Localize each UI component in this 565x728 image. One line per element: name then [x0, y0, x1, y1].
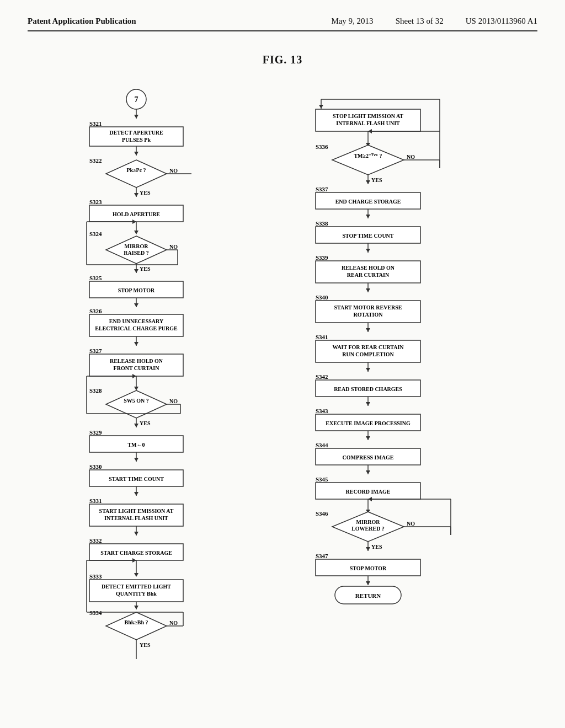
svg-text:S341: S341	[316, 334, 328, 340]
svg-marker-169	[366, 436, 370, 440]
svg-text:NO: NO	[407, 154, 415, 160]
svg-marker-99	[134, 606, 138, 609]
svg-text:PULSES Pk: PULSES Pk	[122, 137, 151, 143]
svg-text:RAISED ?: RAISED ?	[124, 250, 148, 256]
svg-text:S332: S332	[89, 537, 102, 544]
svg-text:TM≥2⁻ᵀᵛᶜ ?: TM≥2⁻ᵀᵛᶜ ?	[354, 153, 382, 159]
svg-text:S340: S340	[316, 294, 328, 301]
svg-text:EXECUTE IMAGE PROCESSING: EXECUTE IMAGE PROCESSING	[326, 420, 411, 426]
figure-title: FIG. 13	[28, 53, 537, 66]
svg-marker-193	[366, 547, 370, 551]
svg-marker-164	[366, 402, 370, 406]
svg-text:S339: S339	[316, 254, 328, 261]
svg-text:NO: NO	[169, 168, 178, 174]
svg-marker-84	[134, 532, 138, 536]
publication-label: Patent Application Publication	[28, 17, 136, 25]
svg-text:SW5 ON ?: SW5 ON ?	[124, 398, 149, 404]
svg-text:START TIME COUNT: START TIME COUNT	[109, 476, 164, 482]
svg-text:RELEASE HOLD ON: RELEASE HOLD ON	[110, 358, 163, 364]
svg-text:MIRROR: MIRROR	[125, 243, 149, 249]
svg-marker-42	[134, 303, 138, 307]
svg-marker-131	[366, 180, 370, 184]
svg-text:COMPRESS IMAGE: COMPRESS IMAGE	[342, 454, 393, 461]
svg-text:S325: S325	[89, 275, 102, 281]
svg-text:S337: S337	[316, 186, 328, 192]
svg-marker-11	[106, 160, 167, 188]
svg-text:S329: S329	[89, 429, 102, 436]
svg-text:START CHARGE STORAGE: START CHARGE STORAGE	[100, 550, 172, 556]
date-label: May 9, 2013	[331, 17, 373, 26]
svg-text:S346: S346	[316, 510, 328, 517]
svg-text:STOP TIME COUNT: STOP TIME COUNT	[343, 233, 394, 239]
svg-text:QUANTITY Bhk: QUANTITY Bhk	[116, 591, 157, 597]
svg-text:LOWERED ?: LOWERED ?	[351, 526, 385, 532]
svg-text:S322: S322	[89, 157, 102, 164]
svg-marker-147	[366, 288, 370, 292]
svg-text:S331: S331	[89, 497, 102, 504]
svg-text:S344: S344	[316, 442, 328, 448]
svg-marker-3	[134, 115, 138, 119]
svg-text:YES: YES	[140, 420, 151, 426]
patent-label: US 2013/0113960 A1	[466, 17, 537, 26]
svg-text:S333: S333	[89, 573, 102, 580]
svg-text:S328: S328	[89, 387, 102, 394]
svg-marker-92	[134, 573, 138, 577]
svg-text:S347: S347	[316, 553, 328, 559]
svg-text:RELEASE HOLD ON: RELEASE HOLD ON	[342, 265, 395, 271]
svg-text:S338: S338	[316, 220, 328, 227]
svg-text:NO: NO	[407, 521, 415, 527]
svg-text:YES: YES	[140, 266, 151, 272]
svg-text:DETECT APERTURE: DETECT APERTURE	[109, 130, 163, 136]
svg-text:S327: S327	[89, 347, 102, 354]
svg-marker-141	[366, 249, 370, 253]
page-header: Patent Application Publication May 9, 20…	[28, 17, 537, 31]
svg-text:YES: YES	[140, 190, 151, 196]
svg-text:S321: S321	[89, 120, 102, 127]
svg-text:WAIT FOR REAR CURTAIN: WAIT FOR REAR CURTAIN	[332, 344, 404, 350]
svg-marker-17	[134, 193, 138, 197]
svg-text:Pk≥Pc ?: Pk≥Pc ?	[126, 167, 146, 173]
flowchart-diagram: 7 S321 DETECT APERTURE PULSES Pk S322 Pk…	[34, 83, 531, 662]
svg-text:STOP LIGHT EMISSION AT: STOP LIGHT EMISSION AT	[333, 113, 403, 119]
svg-text:NO: NO	[169, 244, 178, 250]
svg-marker-174	[366, 470, 370, 474]
svg-text:S330: S330	[89, 463, 102, 470]
svg-marker-159	[366, 368, 370, 372]
svg-marker-37	[134, 269, 138, 273]
svg-text:TM←0: TM←0	[127, 442, 145, 448]
svg-marker-111	[319, 105, 323, 109]
svg-marker-136	[366, 215, 370, 218]
svg-marker-25	[134, 231, 138, 234]
svg-text:S342: S342	[316, 373, 328, 380]
header-right: May 9, 2013 Sheet 13 of 32 US 2013/01139…	[331, 17, 537, 26]
svg-text:NO: NO	[169, 620, 178, 626]
svg-marker-198	[366, 581, 370, 585]
svg-marker-101	[106, 612, 167, 640]
svg-text:REAR CURTAIN: REAR CURTAIN	[347, 272, 390, 278]
svg-text:ELECTRICAL CHARGE PURGE: ELECTRICAL CHARGE PURGE	[95, 325, 178, 331]
svg-text:END CHARGE STORAGE: END CHARGE STORAGE	[335, 199, 401, 205]
svg-marker-68	[134, 424, 138, 427]
svg-marker-73	[134, 458, 138, 462]
svg-marker-9	[134, 152, 138, 156]
svg-text:STOP MOTOR: STOP MOTOR	[350, 565, 387, 571]
svg-marker-124	[332, 145, 404, 175]
svg-marker-57	[134, 387, 138, 390]
svg-text:END UNNECESSARY: END UNNECESSARY	[109, 318, 164, 324]
svg-text:7: 7	[135, 95, 138, 104]
svg-text:STOP MOTOR: STOP MOTOR	[118, 287, 155, 293]
svg-text:START MOTOR REVERSE: START MOTOR REVERSE	[334, 304, 402, 311]
svg-marker-48	[134, 342, 138, 346]
svg-text:S324: S324	[89, 231, 102, 237]
svg-text:RUN COMPLETION: RUN COMPLETION	[342, 351, 394, 357]
svg-text:START LIGHT EMISSION AT: START LIGHT EMISSION AT	[99, 508, 174, 514]
svg-text:Bhk≥Bh ?: Bhk≥Bh ?	[124, 619, 148, 625]
svg-text:S323: S323	[89, 199, 102, 205]
svg-marker-78	[134, 492, 138, 496]
svg-text:S326: S326	[89, 308, 102, 314]
svg-text:MIRROR: MIRROR	[356, 519, 381, 525]
svg-text:S343: S343	[316, 408, 328, 414]
svg-text:DETECT EMITTED LIGHT: DETECT EMITTED LIGHT	[102, 584, 171, 590]
svg-text:RECORD IMAGE: RECORD IMAGE	[346, 489, 391, 495]
svg-marker-153	[366, 328, 370, 332]
